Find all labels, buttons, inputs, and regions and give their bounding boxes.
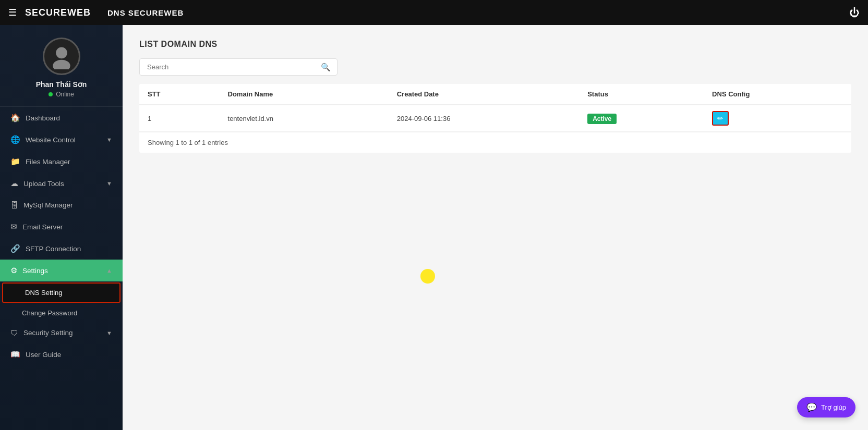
cell-domain-name: tentenviet.id.vn [220, 105, 389, 132]
cell-stt: 1 [139, 105, 220, 132]
menu-icon[interactable]: ☰ [8, 7, 17, 18]
settings-icon: ⚙ [10, 266, 17, 275]
chevron-down-icon: ▼ [106, 180, 112, 187]
guide-icon: 📖 [10, 350, 20, 359]
cell-status: Active [579, 105, 704, 132]
table-info: Showing 1 to 1 of 1 entries [139, 132, 851, 153]
col-status: Status [579, 84, 704, 105]
support-label: Trợ giúp [821, 403, 846, 411]
sidebar-item-user-guide[interactable]: 📖 User Guide [0, 343, 123, 365]
content-area: LIST DOMAIN DNS 🔍 STT Domain Name Create… [123, 25, 868, 430]
cell-created-date: 2024-09-06 11:36 [389, 105, 579, 132]
sidebar-item-mysql-manager[interactable]: 🗄 MySql Manager [0, 194, 123, 216]
brand-logo: SECUREWEB [25, 7, 91, 18]
chevron-down-icon: ▼ [106, 330, 112, 336]
support-button[interactable]: 💬 Trợ giúp [797, 397, 855, 417]
dns-config-button[interactable]: ✏ [712, 111, 729, 126]
profile-section: Phan Thái Sơn Online [0, 25, 123, 107]
navbar: ☰ SECUREWEB DNS SECUREWEB ⏻ [0, 0, 868, 25]
subitem-label: Change Password [22, 309, 77, 317]
website-icon: 🌐 [10, 135, 20, 144]
search-button[interactable]: 🔍 [319, 60, 333, 74]
sidebar-item-sftp-connection[interactable]: 🔗 SFTP Connection [0, 238, 123, 260]
upload-icon: ☁ [10, 179, 18, 188]
sidebar-item-label: Upload Tools [23, 180, 64, 188]
dashboard-icon: 🏠 [10, 113, 20, 122]
sidebar-item-label: Email Server [22, 223, 63, 231]
navbar-title: DNS SECUREWEB [107, 8, 184, 17]
sidebar-item-files-manager[interactable]: 📁 Files Manager [0, 151, 123, 173]
table-header-row: STT Domain Name Created Date Status DNS … [139, 84, 851, 105]
email-icon: ✉ [10, 222, 17, 231]
domain-table: STT Domain Name Created Date Status DNS … [139, 84, 851, 153]
sidebar-item-security-setting[interactable]: 🛡 Security Setting ▼ [0, 322, 123, 343]
power-icon[interactable]: ⏻ [849, 7, 860, 19]
cell-dns-config[interactable]: ✏ [704, 105, 851, 132]
table-row: 1 tentenviet.id.vn 2024-09-06 11:36 Acti… [139, 105, 851, 132]
sidebar-item-upload-tools[interactable]: ☁ Upload Tools ▼ [0, 173, 123, 194]
svg-point-1 [53, 60, 70, 69]
status-label: Online [56, 91, 74, 98]
page-title: LIST DOMAIN DNS [139, 40, 851, 49]
sftp-icon: 🔗 [10, 244, 20, 253]
sidebar-item-label: User Guide [26, 351, 61, 359]
sidebar-item-label: Dashboard [26, 114, 60, 122]
files-icon: 📁 [10, 157, 20, 166]
status-dot [49, 92, 53, 96]
sidebar-item-website-control[interactable]: 🌐 Website Control ▼ [0, 129, 123, 151]
search-input[interactable] [144, 59, 319, 75]
col-created-date: Created Date [389, 84, 579, 105]
chat-icon: 💬 [806, 402, 817, 412]
col-stt: STT [139, 84, 220, 105]
sidebar-subitem-dns-setting[interactable]: DNS Setting [2, 282, 120, 303]
status-badge: Active [587, 114, 617, 124]
sidebar-item-label: Settings [22, 267, 48, 275]
search-bar: 🔍 [139, 58, 337, 76]
sidebar-item-label: Website Control [26, 136, 76, 144]
sidebar: Phan Thái Sơn Online 🏠 Dashboard 🌐 Websi… [0, 25, 123, 430]
profile-status: Online [49, 91, 74, 98]
subitem-label: DNS Setting [25, 289, 63, 297]
sidebar-item-dashboard[interactable]: 🏠 Dashboard [0, 107, 123, 129]
col-dns-config: DNS Config [704, 84, 851, 105]
sidebar-item-label: SFTP Connection [26, 245, 81, 253]
svg-point-0 [56, 47, 67, 59]
sidebar-item-settings[interactable]: ⚙ Settings ▲ [0, 260, 123, 281]
security-icon: 🛡 [10, 328, 18, 337]
sidebar-item-label: Security Setting [23, 329, 73, 337]
sidebar-item-label: MySql Manager [23, 201, 73, 209]
col-domain-name: Domain Name [220, 84, 389, 105]
chevron-down-icon: ▼ [106, 137, 112, 143]
sidebar-item-label: Files Manager [26, 158, 70, 166]
avatar [43, 38, 80, 75]
chevron-up-icon: ▲ [106, 267, 112, 274]
sidebar-item-email-server[interactable]: ✉ Email Server [0, 216, 123, 238]
sidebar-subitem-change-password[interactable]: Change Password [0, 304, 123, 322]
profile-name: Phan Thái Sơn [36, 80, 87, 89]
mysql-icon: 🗄 [10, 201, 18, 210]
